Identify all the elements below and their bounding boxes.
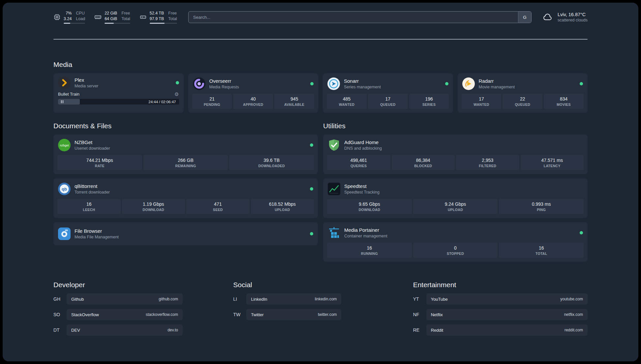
- section-title-developer: Developer: [53, 281, 228, 289]
- bookmark-abbr: NF: [413, 312, 426, 317]
- cpu-icon: [53, 14, 61, 21]
- service-card-nzbget[interactable]: nzbget NZBGet Usenet downloader 744.21 M…: [53, 135, 318, 174]
- sonarr-icon: [327, 77, 340, 90]
- top-bar: 7% 3.24 CPU Load: [53, 10, 588, 24]
- status-dot: [310, 143, 313, 147]
- service-card-qbittorrent[interactable]: qb qBittorrent Torrent downloader 16: [53, 178, 318, 218]
- bookmark-row: LI LinkedIn linkedin.com: [233, 293, 408, 305]
- service-subtitle: Series management: [344, 85, 381, 89]
- status-dot: [310, 82, 314, 85]
- bookmark-abbr: YT: [413, 296, 426, 302]
- stat-queued: 17 QUEUED: [368, 94, 408, 109]
- service-name: Plex: [75, 77, 98, 83]
- section-title-utilities: Utilities: [323, 122, 588, 130]
- bookmark-twitter[interactable]: Twitter twitter.com: [246, 309, 341, 320]
- bookmark-row: RE Reddit reddit.com: [413, 324, 588, 336]
- filebrowser-icon: [58, 228, 71, 240]
- service-name: qBittorrent: [75, 183, 110, 189]
- dashboard-root: 7% 3.24 CPU Load: [3, 3, 638, 361]
- cpu-usage-bar: [64, 23, 85, 24]
- pause-icon[interactable]: [61, 100, 64, 103]
- status-dot: [445, 82, 448, 85]
- media-grid: Plex Media server Bullet Train ⚙: [53, 73, 588, 113]
- svg-text:nzbget: nzbget: [60, 144, 69, 147]
- service-subtitle: Torrent downloader: [75, 190, 110, 195]
- status-dot: [580, 82, 583, 85]
- service-card-portainer[interactable]: Media Portainer Container management 16 …: [323, 222, 588, 262]
- service-subtitle: Movie management: [479, 85, 515, 89]
- cloud-icon: [541, 12, 554, 22]
- bookmark-dev[interactable]: DEV dev.to: [67, 324, 183, 336]
- bookmark-row: SO StackOverflow stackoverflow.com: [53, 309, 228, 320]
- service-card-radarr[interactable]: Radarr Movie management 17 WANTED 22 QUE…: [458, 73, 588, 113]
- weather-condition: scattered clouds: [558, 18, 588, 22]
- service-card-plex[interactable]: Plex Media server Bullet Train ⚙: [53, 73, 184, 113]
- disk-icon: [139, 14, 147, 21]
- service-name: AdGuard Home: [344, 139, 382, 145]
- cpu-widget: 7% 3.24 CPU Load: [53, 11, 85, 24]
- stat-running: 16 RUNNING: [327, 243, 412, 258]
- bookmark-netflix[interactable]: Netflix netflix.com: [426, 309, 588, 320]
- bookmark-abbr: TW: [233, 312, 246, 317]
- memory-label-bottom: Total: [121, 16, 130, 21]
- stat-pending: 21 PENDING: [192, 94, 232, 109]
- cpu-load: 3.24: [64, 16, 72, 21]
- cpu-label-top: CPU: [76, 11, 84, 16]
- search-provider-button[interactable]: G: [518, 12, 531, 23]
- section-title-media: Media: [53, 61, 588, 69]
- bookmark-abbr: GH: [53, 296, 67, 302]
- service-card-overseerr[interactable]: Overseerr Media Requests 21 PENDING 40 A…: [188, 73, 319, 113]
- section-title-social: Social: [233, 281, 408, 289]
- service-card-sonarr[interactable]: Sonarr Series management 485 WANTED 17 Q…: [323, 73, 453, 113]
- service-subtitle: Speedtest Tracking: [344, 190, 380, 195]
- search-input[interactable]: [188, 11, 532, 23]
- cpu-label-bottom: Load: [76, 16, 85, 21]
- disk-total: 97.9 TB: [150, 16, 164, 21]
- stat-leech: 16 LEECH: [57, 199, 121, 214]
- section-title-entertainment: Entertainment: [413, 281, 588, 289]
- stat-rate: 744.21 Mbps RATE: [57, 155, 142, 170]
- bookmark-row: YT YouTube youtube.com: [413, 293, 588, 305]
- stat-stopped: 0 STOPPED: [413, 243, 498, 258]
- media-progress-bar[interactable]: 24:44 / 02:06:47: [58, 99, 179, 105]
- bookmark-reddit[interactable]: Reddit reddit.com: [426, 324, 588, 336]
- service-name: Radarr: [479, 78, 515, 84]
- cpu-percent: 7%: [66, 11, 72, 16]
- service-name: Sonarr: [344, 78, 381, 84]
- memory-widget: 22 GiB 64 GiB Free Total: [94, 11, 130, 24]
- nzbget-icon: nzbget: [58, 139, 71, 151]
- bookmark-linkedin[interactable]: LinkedIn linkedin.com: [246, 293, 341, 305]
- stat-series: 196 SERIES: [409, 94, 449, 109]
- svg-text:qb: qb: [62, 187, 67, 192]
- bookmark-stackoverflow[interactable]: StackOverflow stackoverflow.com: [67, 309, 183, 320]
- stat-queued: 22 QUEUED: [503, 94, 542, 109]
- service-card-speedtest[interactable]: Speedtest Speedtest Tracking 9.65 Gbps D…: [323, 178, 588, 218]
- weather-location: Lviv, 16.87°C: [558, 12, 588, 17]
- status-dot: [580, 231, 583, 234]
- stat-seed: 471 SEED: [186, 199, 250, 214]
- service-card-filebrowser[interactable]: File Browser Media File Management: [53, 222, 318, 245]
- stat-remaining: 266 GB REMAINING: [143, 155, 228, 170]
- memory-usage-bar: [105, 23, 130, 24]
- bookmark-youtube[interactable]: YouTube youtube.com: [426, 293, 588, 305]
- stat-download: 1.19 Gbps DOWNLOAD: [122, 199, 185, 214]
- bookmark-row: DT DEV dev.to: [53, 324, 228, 336]
- memory-total: 64 GiB: [105, 16, 117, 21]
- stat-approved: 40 APPROVED: [233, 94, 273, 109]
- portainer-icon: [328, 227, 340, 239]
- service-subtitle: DNS and adblocking: [344, 146, 382, 151]
- stat-upload: 618.52 Mbps UPLOAD: [251, 199, 314, 214]
- disk-label-top: Free: [168, 11, 177, 16]
- disk-usage-bar: [150, 23, 177, 24]
- now-playing-title: Bullet Train: [58, 92, 79, 97]
- gear-icon[interactable]: ⚙: [174, 92, 179, 97]
- service-card-adguard[interactable]: AdGuard Home DNS and adblocking 498,461 …: [323, 135, 588, 174]
- stat-available: 945 AVAILABLE: [274, 94, 314, 109]
- status-dot: [310, 187, 313, 191]
- service-subtitle: Media Requests: [209, 85, 239, 89]
- bookmark-github[interactable]: Github github.com: [67, 293, 183, 305]
- stat-movies: 834 MOVIES: [544, 94, 584, 109]
- section-title-documents: Documents & Files: [53, 122, 318, 130]
- search-bar: G: [188, 11, 532, 23]
- stat-blocked: 86,384 BLOCKED: [392, 155, 455, 170]
